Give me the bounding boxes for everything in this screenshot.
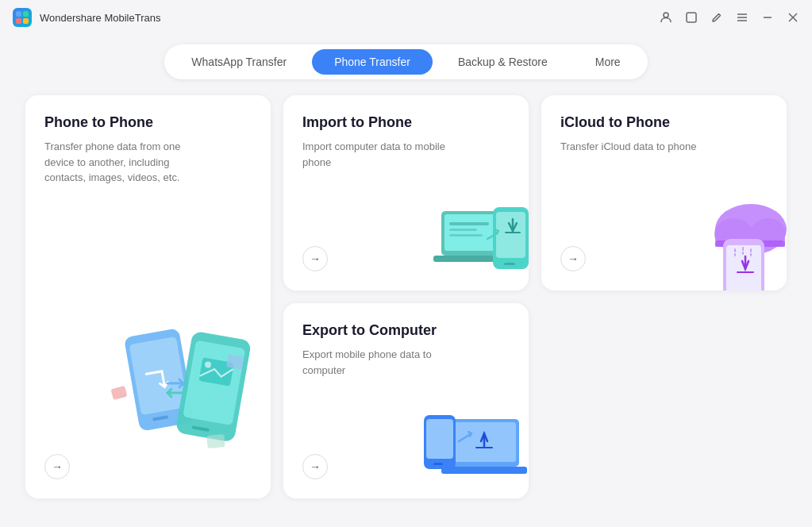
card-import-arrow[interactable]: → [302, 246, 328, 271]
card-icloud-to-phone[interactable]: iCloud to Phone Transfer iCloud data to … [541, 95, 787, 290]
card-icloud-title: iCloud to Phone [560, 114, 768, 131]
svg-rect-30 [496, 212, 525, 258]
nav-tabs: WhatsApp Transfer Phone Transfer Backup … [164, 44, 647, 79]
svg-rect-27 [449, 229, 477, 231]
menu-icon[interactable] [736, 11, 749, 24]
icloud-illustration [668, 195, 779, 283]
card-phone-to-phone-arrow[interactable]: → [44, 454, 70, 479]
minimize-icon[interactable] [761, 11, 774, 24]
svg-rect-40 [726, 245, 761, 290]
svg-rect-51 [433, 463, 443, 465]
svg-rect-20 [110, 386, 127, 400]
svg-rect-1 [23, 11, 29, 17]
svg-rect-46 [441, 467, 527, 474]
app-icon [13, 8, 32, 27]
card-export-arrow[interactable]: → [302, 454, 328, 479]
card-phone-to-phone[interactable]: Phone to Phone Transfer phone data from … [25, 95, 271, 498]
app-title: Wondershare MobileTrans [40, 12, 160, 24]
card-phone-to-phone-desc: Transfer phone data from one device to a… [44, 139, 203, 186]
export-illustration [410, 395, 521, 490]
tab-more[interactable]: More [573, 49, 643, 75]
close-icon[interactable] [787, 11, 799, 24]
tab-backup[interactable]: Backup & Restore [436, 49, 570, 75]
phone-to-phone-illustration [104, 308, 263, 483]
import-illustration [418, 195, 521, 283]
svg-rect-21 [226, 354, 244, 369]
nav-container: WhatsApp Transfer Phone Transfer Backup … [0, 35, 812, 95]
tab-whatsapp[interactable]: WhatsApp Transfer [169, 49, 309, 75]
card-import-title: Import to Phone [302, 114, 510, 131]
user-icon[interactable] [660, 11, 672, 24]
svg-rect-5 [687, 13, 696, 22]
titlebar-controls [660, 11, 799, 24]
card-export-desc: Export mobile phone data to computer [302, 347, 461, 378]
svg-rect-50 [426, 419, 453, 459]
titlebar-left: Wondershare MobileTrans [13, 8, 160, 27]
main-content: Phone to Phone Transfer phone data from … [0, 95, 812, 524]
card-icloud-desc: Transfer iCloud data to phone [560, 139, 719, 155]
svg-point-4 [664, 13, 668, 17]
card-export-title: Export to Computer [302, 322, 510, 339]
edit-icon[interactable] [710, 11, 723, 24]
svg-rect-31 [504, 263, 515, 265]
svg-rect-0 [16, 11, 21, 17]
tab-phone[interactable]: Phone Transfer [312, 49, 433, 75]
card-icloud-arrow[interactable]: → [560, 246, 586, 271]
card-phone-to-phone-title: Phone to Phone [44, 114, 252, 131]
titlebar: Wondershare MobileTrans [0, 0, 812, 35]
svg-rect-2 [16, 18, 21, 24]
card-import-desc: Import computer data to mobile phone [302, 139, 461, 170]
card-import-to-phone[interactable]: Import to Phone Import computer data to … [283, 95, 529, 290]
bookmark-icon[interactable] [685, 11, 698, 24]
svg-rect-26 [449, 222, 489, 225]
svg-rect-28 [449, 234, 483, 237]
svg-rect-22 [206, 434, 225, 448]
card-export-to-computer[interactable]: Export to Computer Export mobile phone d… [283, 303, 529, 498]
svg-rect-3 [23, 18, 29, 24]
